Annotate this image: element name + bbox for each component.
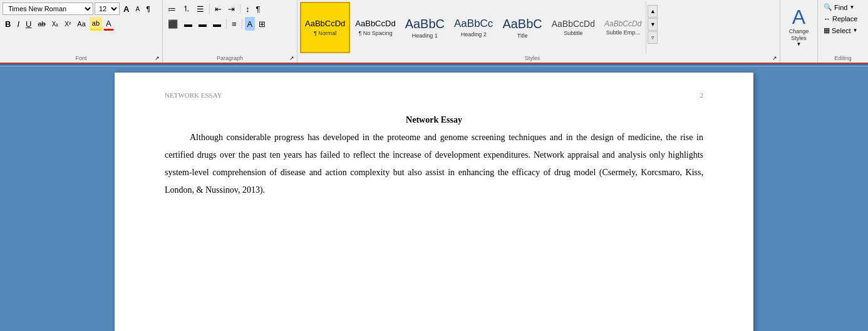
bullets-button[interactable]: ≔ (165, 2, 178, 16)
page-number: 2 (700, 91, 704, 99)
borders-button[interactable]: ⊞ (256, 17, 268, 31)
change-styles-arrow: ▼ (797, 41, 802, 47)
ribbon: Times New Roman 12 A A ¶̣ B I U ab X₂ X²… (0, 0, 868, 64)
style-no-spacing[interactable]: AaBbCcDd ¶ No Spacing (351, 2, 400, 53)
essay-title: Network Essay (165, 111, 703, 129)
style-subtle-label: Subtle Emp... (606, 29, 640, 36)
paragraph-label: Paragraph (163, 55, 297, 61)
line-spacing-button[interactable]: ≡ (229, 17, 239, 31)
page: NETWORK ESSAY 2 Network Essay Although c… (115, 73, 753, 331)
align-center-button[interactable]: ▬ (182, 17, 195, 31)
separator (209, 4, 210, 14)
font-name-select[interactable]: Times New Roman (3, 3, 93, 15)
style-normal-preview: AaBbCcDd (305, 19, 345, 29)
select-arrow: ▼ (853, 28, 858, 33)
style-title[interactable]: AaBbC Title (498, 2, 546, 53)
style-subtitle[interactable]: AaBbCcDd Subtitle (547, 2, 599, 53)
font-expand-icon[interactable]: ↗ (155, 55, 160, 61)
replace-label: Replace (832, 15, 857, 23)
styles-scroll-up[interactable]: ▲ (648, 5, 658, 18)
style-heading1[interactable]: AaBbC Heading 1 (401, 2, 449, 53)
select-label: Select (832, 27, 851, 34)
separator3 (226, 19, 227, 29)
change-case-button[interactable]: Aa (75, 17, 88, 31)
style-subtitle-label: Subtitle (564, 30, 582, 36)
justify-button[interactable]: ▬ (210, 17, 224, 31)
font-shrink-button[interactable]: A (133, 2, 142, 16)
font-color-button[interactable]: A (103, 17, 114, 31)
replace-button[interactable]: ↔ Replace (820, 14, 865, 24)
highlight-button[interactable]: ab (90, 17, 102, 31)
ruler: ·2· ·1· ▼ 1 2 3 4 5 6 7 8 9 10 11 12 13 … (0, 66, 868, 66)
style-title-label: Title (517, 33, 528, 39)
change-styles-button[interactable]: A ChangeStyles ▼ (789, 7, 809, 56)
editing-section: 🔍 Find ▼ ↔ Replace ▦ Select ▼ Editing (818, 0, 868, 63)
page-wrapper: NETWORK ESSAY 2 Network Essay Although c… (0, 66, 868, 331)
separator2 (240, 4, 240, 14)
underline-button[interactable]: U (23, 17, 34, 31)
replace-icon: ↔ (824, 15, 830, 23)
style-title-preview: AaBbC (502, 16, 542, 31)
essay-body[interactable]: Although considerable progress has devel… (165, 129, 703, 199)
change-styles-label: ChangeStyles (789, 28, 809, 42)
change-styles-icon: A (792, 7, 805, 27)
font-section: Times New Roman 12 A A ¶̣ B I U ab X₂ X²… (0, 0, 163, 63)
numbering-button[interactable]: ⒈ (180, 2, 193, 16)
style-no-spacing-label: ¶ No Spacing (359, 30, 393, 36)
find-arrow: ▼ (849, 4, 854, 10)
styles-items: AaBbCcDd ¶ Normal AaBbCcDd ¶ No Spacing … (300, 2, 646, 54)
page-header: NETWORK ESSAY 2 (165, 91, 703, 99)
change-styles-section: A ChangeStyles ▼ (780, 0, 818, 63)
styles-expand-icon[interactable]: ↗ (772, 55, 777, 61)
find-icon: 🔍 (824, 3, 832, 11)
style-h1-preview: AaBbC (405, 16, 445, 31)
select-icon: ▦ (824, 26, 830, 34)
document-area: ·2· ·1· ▼ 1 2 3 4 5 6 7 8 9 10 11 12 13 … (0, 66, 868, 331)
style-subtle-preview: AaBbCcDd (604, 19, 641, 28)
align-right-button[interactable]: ▬ (196, 17, 209, 31)
separator4 (242, 19, 242, 29)
subscript-button[interactable]: X₂ (49, 17, 61, 31)
decrease-indent-button[interactable]: ⇤ (212, 2, 224, 16)
find-label: Find (834, 4, 847, 11)
shading-button[interactable]: A (245, 17, 256, 31)
align-left-button[interactable]: ⬛ (165, 17, 180, 31)
style-h2-label: Heading 2 (461, 31, 487, 38)
paragraph-expand-icon[interactable]: ↗ (289, 55, 294, 61)
styles-scroll-down[interactable]: ▼ (648, 18, 658, 31)
select-button[interactable]: ▦ Select ▼ (820, 25, 865, 36)
style-normal-label: ¶ Normal (314, 30, 336, 36)
editing-label: Editing (818, 55, 868, 61)
show-marks-button[interactable]: ¶ (254, 2, 263, 16)
sort-button[interactable]: ↕ (243, 2, 252, 16)
font-grow-button[interactable]: A (121, 2, 132, 16)
strikethrough-button[interactable]: ab (35, 17, 48, 31)
style-normal[interactable]: AaBbCcDd ¶ Normal (300, 2, 350, 53)
font-label: Font (0, 55, 162, 61)
page-content: Network Essay Although considerable prog… (165, 111, 703, 199)
style-subtle-emphasis[interactable]: AaBbCcDd Subtle Emp... (600, 2, 646, 53)
styles-section: AaBbCcDd ¶ Normal AaBbCcDd ¶ No Spacing … (297, 0, 780, 63)
find-button[interactable]: 🔍 Find ▼ (820, 2, 865, 13)
increase-indent-button[interactable]: ⇥ (225, 2, 237, 16)
styles-label: Styles (297, 55, 767, 61)
style-heading2[interactable]: AaBbCc Heading 2 (450, 2, 497, 53)
page-header-title: NETWORK ESSAY (165, 91, 222, 99)
font-size-select[interactable]: 12 (95, 3, 120, 15)
multilevel-button[interactable]: ☰ (194, 2, 207, 16)
bold-button[interactable]: B (3, 17, 13, 31)
style-subtitle-preview: AaBbCcDd (552, 19, 595, 29)
style-no-spacing-preview: AaBbCcDd (355, 19, 395, 29)
italic-button[interactable]: I (14, 17, 22, 31)
clear-format-button[interactable]: ¶̣ (143, 2, 153, 16)
paragraph-section: ≔ ⒈ ☰ ⇤ ⇥ ↕ ¶ ⬛ ▬ ▬ ▬ ≡ A ⊞ Pa (163, 0, 297, 63)
superscript-button[interactable]: X² (62, 17, 73, 31)
style-h1-label: Heading 1 (412, 33, 438, 39)
styles-scroll: ▲ ▼ ▿ (646, 2, 659, 54)
styles-scroll-expand[interactable]: ▿ (648, 31, 658, 44)
style-h2-preview: AaBbCc (454, 18, 493, 30)
